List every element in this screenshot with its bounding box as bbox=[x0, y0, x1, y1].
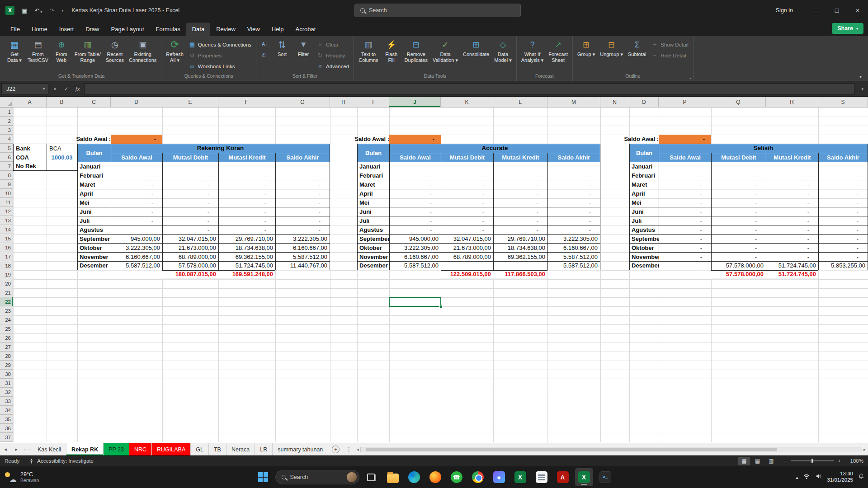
cell-D11[interactable]: - bbox=[111, 198, 162, 207]
cell-A7[interactable]: No Rek bbox=[13, 162, 47, 171]
taskbar-whatsapp-button[interactable] bbox=[448, 468, 466, 486]
tab-bar-menu-icon[interactable]: ⋮ bbox=[343, 443, 354, 455]
sheet-tab-tb[interactable]: TB bbox=[209, 443, 226, 455]
cell-P5[interactable]: Selisih bbox=[659, 144, 868, 153]
ribbon-tab-draw[interactable]: Draw bbox=[80, 23, 105, 36]
cell-Q6[interactable]: Mutasi Debit bbox=[711, 153, 766, 162]
cell-G7[interactable]: - bbox=[275, 162, 330, 171]
column-header-J[interactable]: J bbox=[389, 97, 441, 108]
cell-Q18[interactable]: 57.578.000,00 bbox=[711, 261, 766, 270]
view-page-break-button[interactable]: ▥ bbox=[765, 457, 777, 465]
cell-M6[interactable]: Saldo Akhir bbox=[547, 153, 600, 162]
cell-I5[interactable]: Bulan bbox=[357, 144, 389, 162]
horizontal-scrollbar[interactable]: ◂ ▸ bbox=[354, 443, 868, 455]
existing-connections-button[interactable]: ▣Existing Connections bbox=[127, 37, 159, 72]
cell-C9[interactable]: Maret bbox=[77, 180, 111, 189]
column-header-A[interactable]: A bbox=[13, 97, 47, 108]
cell-E12[interactable]: - bbox=[162, 207, 218, 216]
cell-J18[interactable]: 5.587.512,00 bbox=[389, 261, 441, 270]
cell-D9[interactable]: - bbox=[111, 180, 162, 189]
ribbon-tab-insert[interactable]: Insert bbox=[53, 23, 80, 36]
cell-O15[interactable]: September bbox=[629, 234, 659, 243]
column-header-K[interactable]: K bbox=[441, 97, 493, 108]
cell-C7[interactable]: Januari bbox=[77, 162, 111, 171]
cell-O7[interactable]: Januari bbox=[629, 162, 659, 171]
cell-P15[interactable]: - bbox=[659, 234, 711, 243]
cell-E6[interactable]: Mutasi Debit bbox=[162, 153, 218, 162]
cell-D4[interactable]: - bbox=[111, 135, 162, 144]
from-table-range-button[interactable]: ▥From Table/ Range bbox=[72, 37, 103, 72]
row-header-29[interactable]: 29 bbox=[0, 361, 13, 370]
cell-K12[interactable]: - bbox=[441, 207, 493, 216]
cell-J4[interactable]: - bbox=[389, 135, 441, 144]
cell-L6[interactable]: Mutasi Kredit bbox=[493, 153, 547, 162]
cell-I4[interactable]: Saldo Awal : bbox=[357, 135, 389, 144]
cell-O12[interactable]: Juni bbox=[629, 207, 659, 216]
row-header-16[interactable]: 16 bbox=[0, 243, 13, 252]
cell-M17[interactable]: 5.587.512,00 bbox=[547, 252, 600, 261]
column-header-H[interactable]: H bbox=[330, 97, 357, 108]
cell-C16[interactable]: Oktober bbox=[77, 243, 111, 252]
zoom-slider-thumb[interactable] bbox=[811, 459, 813, 463]
cell-C8[interactable]: Februari bbox=[77, 171, 111, 180]
column-header-R[interactable]: R bbox=[766, 97, 818, 108]
new-sheet-button[interactable]: + bbox=[332, 446, 340, 453]
row-header-15[interactable]: 15 bbox=[0, 234, 13, 243]
cancel-icon[interactable]: × bbox=[49, 86, 61, 92]
cell-F15[interactable]: 29.769.710,00 bbox=[218, 234, 275, 243]
sort-button[interactable]: ⇅Sort bbox=[272, 37, 292, 72]
cell-G18[interactable]: 11.440.767,00 bbox=[275, 261, 330, 270]
cell-C14[interactable]: Agustus bbox=[77, 225, 111, 234]
column-header-S[interactable]: S bbox=[818, 97, 868, 108]
row-header-33[interactable]: 33 bbox=[0, 397, 13, 406]
what-if-analysis-button[interactable]: ?What-If Analysis ▾ bbox=[519, 37, 546, 72]
row-header-34[interactable]: 34 bbox=[0, 406, 13, 415]
cell-F11[interactable]: - bbox=[218, 198, 275, 207]
cell-R11[interactable]: - bbox=[766, 198, 818, 207]
cell-K14[interactable]: - bbox=[441, 225, 493, 234]
cell-E9[interactable]: - bbox=[162, 180, 218, 189]
cell-O18[interactable]: Desember bbox=[629, 261, 659, 270]
cell-C4[interactable]: Saldo Awal : bbox=[77, 135, 111, 144]
formula-input[interactable] bbox=[84, 83, 854, 95]
row-header-7[interactable]: 7 bbox=[0, 162, 13, 171]
cell-S11[interactable]: - bbox=[818, 198, 868, 207]
cell-M7[interactable]: - bbox=[547, 162, 600, 171]
zoom-level[interactable]: 100% bbox=[844, 458, 863, 464]
cell-O11[interactable]: Mei bbox=[629, 198, 659, 207]
cell-L18[interactable]: - bbox=[493, 261, 547, 270]
cell-E10[interactable]: - bbox=[162, 189, 218, 198]
row-header-37[interactable]: 37 bbox=[0, 433, 13, 442]
row-header-30[interactable]: 30 bbox=[0, 370, 13, 379]
cell-G14[interactable]: - bbox=[275, 225, 330, 234]
cell-O13[interactable]: Juli bbox=[629, 216, 659, 225]
taskbar-photos-button[interactable] bbox=[490, 468, 508, 486]
cell-B5[interactable]: BCA bbox=[47, 144, 77, 153]
cell-M13[interactable]: - bbox=[547, 216, 600, 225]
minimize-button[interactable]: – bbox=[806, 0, 826, 21]
cell-C13[interactable]: Juli bbox=[77, 216, 111, 225]
cell-P11[interactable]: - bbox=[659, 198, 711, 207]
undo-dropdown-icon[interactable]: ▾ bbox=[40, 10, 42, 14]
cell-L15[interactable]: 29.769.710,00 bbox=[493, 234, 547, 243]
group-button[interactable]: ⊞Group ▾ bbox=[575, 37, 597, 72]
cell-S13[interactable]: - bbox=[818, 216, 868, 225]
cell-L11[interactable]: - bbox=[493, 198, 547, 207]
cell-D5[interactable]: Rekening Koran bbox=[111, 144, 330, 153]
cell-G17[interactable]: 5.587.512,00 bbox=[275, 252, 330, 261]
undo-button[interactable]: ↶ ▾ bbox=[34, 7, 42, 14]
cell-J7[interactable]: - bbox=[389, 162, 441, 171]
cell-I10[interactable]: April bbox=[357, 189, 389, 198]
cell-R16[interactable]: - bbox=[766, 243, 818, 252]
share-button[interactable]: Share ▾ bbox=[832, 23, 863, 34]
cell-D8[interactable]: - bbox=[111, 171, 162, 180]
taskbar-search[interactable]: Search bbox=[275, 470, 359, 484]
cell-A6[interactable]: COA bbox=[13, 153, 47, 162]
cell-I17[interactable]: November bbox=[357, 252, 389, 261]
row-header-19[interactable]: 19 bbox=[0, 270, 13, 279]
row-header-18[interactable]: 18 bbox=[0, 261, 13, 270]
cell-J10[interactable]: - bbox=[389, 189, 441, 198]
expand-formula-bar-icon[interactable]: ▾ bbox=[861, 87, 863, 91]
ribbon-tab-view[interactable]: View bbox=[241, 23, 266, 36]
cell-A5[interactable]: Bank bbox=[13, 144, 47, 153]
